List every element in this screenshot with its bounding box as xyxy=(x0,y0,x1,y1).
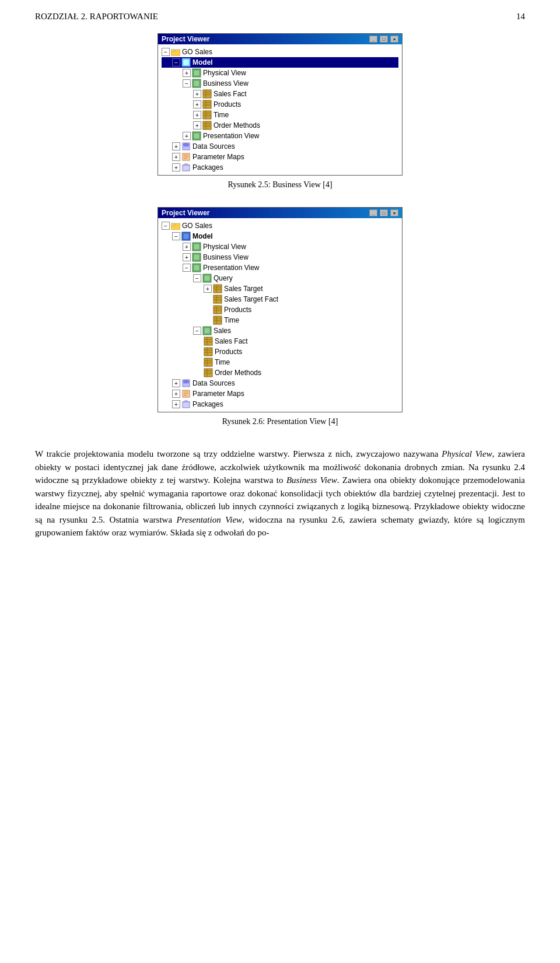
minimize-btn-1[interactable]: _ xyxy=(369,36,377,43)
expand-order-methods-1[interactable]: + xyxy=(193,121,201,129)
tree-row-business[interactable]: − Business View xyxy=(162,78,398,89)
expand-model[interactable]: − xyxy=(172,58,180,66)
time-label-1: Time xyxy=(214,111,229,119)
chapter-header: ROZDZIAŁ 2. RAPORTOWANIE 14 xyxy=(35,12,525,22)
tree-row-time-1[interactable]: + Time xyxy=(162,110,398,120)
expand-query-2[interactable]: − xyxy=(193,274,201,282)
expand-go-sales[interactable]: − xyxy=(162,48,170,56)
sales-fact-label-2: Sales Fact xyxy=(215,337,248,345)
expand-datasources-2[interactable]: + xyxy=(172,379,180,387)
table-icon-products-2a xyxy=(213,305,222,314)
expand-products-1[interactable]: + xyxy=(193,100,201,108)
tree-row-go-sales-2[interactable]: − GO Sales xyxy=(162,220,398,231)
svg-rect-38 xyxy=(183,233,189,239)
tree-row-physical[interactable]: + Physical View xyxy=(162,68,398,78)
tree-row-order-2b[interactable]: Order Methods xyxy=(162,367,398,378)
physical-view-label-2: Physical View xyxy=(203,243,246,251)
tree-row-business-2[interactable]: + Business View xyxy=(162,252,398,262)
business-view-label: Business View xyxy=(203,79,249,87)
tree-row-model[interactable]: − Model xyxy=(162,57,398,68)
expand-param-1[interactable]: + xyxy=(172,153,180,161)
maximize-btn-2[interactable]: □ xyxy=(380,209,388,216)
expand-sales-fact-1[interactable]: + xyxy=(193,90,201,98)
svg-rect-47 xyxy=(214,285,222,293)
expand-go-sales-2[interactable]: − xyxy=(162,222,170,230)
tree-row-sales-fact-1[interactable]: + Sales Fact xyxy=(162,89,398,99)
svg-rect-1 xyxy=(171,50,175,51)
minimize-btn-2[interactable]: _ xyxy=(369,209,377,216)
tree-row-time-2b[interactable]: Time xyxy=(162,357,398,367)
tree-body-2: − GO Sales − Model + Physical View xyxy=(158,218,402,412)
svg-rect-64 xyxy=(204,328,210,334)
maximize-btn-1[interactable]: □ xyxy=(380,36,388,43)
expand-model-2[interactable]: − xyxy=(172,232,180,240)
datasources-label-1: Data Sources xyxy=(192,142,235,150)
expand-packages-1[interactable]: + xyxy=(172,163,180,171)
tree-row-physical-2[interactable]: + Physical View xyxy=(162,241,398,252)
page-number: 14 xyxy=(516,12,525,22)
tree-row-presentation-2[interactable]: − Presentation View xyxy=(162,262,398,273)
tree-row-products-1[interactable]: + Products xyxy=(162,99,398,110)
tree-row-products-2b[interactable]: Products xyxy=(162,346,398,357)
svg-rect-46 xyxy=(204,275,210,281)
figure-2-caption: Rysunek 2.6: Presentation View [4] xyxy=(222,417,338,426)
expand-sales-2[interactable]: − xyxy=(193,327,201,335)
tree-row-sales-target-fact-2[interactable]: Sales Target Fact xyxy=(162,294,398,304)
order-methods-label-1: Order Methods xyxy=(214,121,260,129)
model-icon-2 xyxy=(181,232,191,241)
tree-row-model-2[interactable]: − Model xyxy=(162,231,398,241)
svg-rect-16 xyxy=(203,111,211,119)
titlebar-2: Project Viewer _ □ × xyxy=(158,208,402,218)
expand-presentation-1[interactable]: + xyxy=(183,132,191,140)
table-icon-sales-target-2 xyxy=(213,284,222,293)
view-icon-sales-2 xyxy=(202,326,212,335)
tree-row-sales-2[interactable]: − Sales xyxy=(162,325,398,336)
tree-row-products-2a[interactable]: Products xyxy=(162,304,398,315)
table-icon-time-2b xyxy=(204,358,213,367)
expand-datasources-1[interactable]: + xyxy=(172,142,180,150)
time-label-2b: Time xyxy=(215,358,230,366)
view-icon-physical-2 xyxy=(192,242,201,251)
tree-row-datasources-2[interactable]: + Data Sources xyxy=(162,378,398,388)
expand-param-2[interactable]: + xyxy=(172,390,180,398)
expand-business-2[interactable]: + xyxy=(183,253,191,261)
tree-row-order-methods-1[interactable]: + Order Methods xyxy=(162,120,398,131)
chapter-title: ROZDZIAŁ 2. RAPORTOWANIE xyxy=(35,12,158,22)
table-icon-order-2b xyxy=(204,368,213,377)
package-icon-2 xyxy=(181,400,191,409)
physical-view-label: Physical View xyxy=(203,69,246,77)
svg-rect-5 xyxy=(194,70,200,76)
expand-sales-target-2[interactable]: + xyxy=(204,285,212,293)
view-icon-business xyxy=(192,79,201,88)
svg-rect-7 xyxy=(194,80,200,86)
order-label-2b: Order Methods xyxy=(215,369,261,377)
expand-business[interactable]: − xyxy=(183,79,191,87)
svg-marker-34 xyxy=(183,163,190,165)
tree-row-param-2[interactable]: + Parameter Maps xyxy=(162,388,398,399)
products-label-1: Products xyxy=(214,100,241,108)
tree-row-param-1[interactable]: + Parameter Maps xyxy=(162,152,398,162)
expand-time-1[interactable]: + xyxy=(193,111,201,119)
tree-row-go-sales[interactable]: − GO Sales xyxy=(162,47,398,57)
expand-physical-2[interactable]: + xyxy=(183,243,191,251)
table-icon-products-1 xyxy=(202,100,212,109)
tree-body-1: − GO Sales − Model + Physical View xyxy=(158,44,402,175)
expand-physical[interactable]: + xyxy=(183,69,191,77)
close-btn-2[interactable]: × xyxy=(390,209,398,216)
tree-row-sales-target-2[interactable]: + Sales Target xyxy=(162,283,398,294)
expand-packages-2[interactable]: + xyxy=(172,400,180,408)
close-btn-1[interactable]: × xyxy=(390,36,398,43)
packages-label-1: Packages xyxy=(192,163,223,171)
sales-target-label-2: Sales Target xyxy=(224,285,263,293)
presentation-view-label-2: Presentation View xyxy=(203,264,260,272)
tree-row-time-2a[interactable]: Time xyxy=(162,315,398,325)
tree-row-presentation-1[interactable]: + Presentation View xyxy=(162,131,398,141)
expand-presentation-2[interactable]: − xyxy=(183,264,191,272)
tree-row-query-2[interactable]: − Query xyxy=(162,273,398,283)
tree-row-datasources-1[interactable]: + Data Sources xyxy=(162,141,398,152)
tree-row-sales-fact-2[interactable]: Sales Fact xyxy=(162,336,398,346)
tree-row-packages-2[interactable]: + Packages xyxy=(162,399,398,409)
svg-rect-55 xyxy=(214,306,222,314)
table-icon-sales-target-fact-2 xyxy=(213,295,222,304)
tree-row-packages-1[interactable]: + Packages xyxy=(162,162,398,173)
